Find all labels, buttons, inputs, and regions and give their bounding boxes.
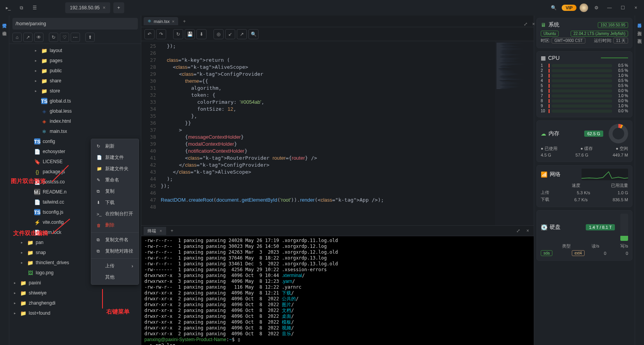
code-area[interactable]: }); class="k-key">return ( <class="k-tag… [161, 41, 495, 225]
tree-label: global.d.ts [50, 98, 71, 104]
undo-icon[interactable]: ↶ [144, 29, 154, 39]
expand-icon[interactable]: ⤢ [524, 21, 530, 28]
close-icon[interactable]: × [172, 19, 174, 24]
editor-toolbar: ↶ ↷ ↻ 💾 ⬇ ◎ ↙ ↗ 🔍 [141, 27, 534, 41]
new-tab-button[interactable]: + [113, 2, 124, 13]
search-icon[interactable]: 🔍 [248, 29, 259, 39]
expand-icon[interactable]: ⤢ [514, 228, 522, 233]
minimize-icon[interactable]: — [604, 3, 614, 13]
disk-bar [620, 214, 628, 241]
tree-item[interactable]: ▸📁pages [9, 56, 141, 66]
list-icon[interactable]: ☰ [30, 3, 40, 13]
layout-icon[interactable]: ⧉ [16, 3, 26, 13]
context-menu-item[interactable]: ↻刷新 [91, 141, 139, 152]
tree-item[interactable]: ◈global.less [9, 106, 141, 116]
close-icon[interactable]: × [532, 21, 538, 28]
new-editor-tab[interactable]: + [180, 19, 189, 24]
context-menu-item[interactable]: 📄新建文件 [91, 152, 139, 163]
path-input[interactable]: /home/panxing [12, 18, 138, 30]
tree-label: logo.png [36, 270, 54, 275]
tree-item[interactable]: ◈index.html [9, 116, 141, 126]
network-card: 📶网络 速度已用流量 上传5.3 K/s1.0 G 下载6.7 K/s836.5… [536, 165, 632, 207]
close-icon[interactable]: × [103, 5, 106, 10]
context-menu-item[interactable]: 上传› [91, 260, 139, 272]
close-icon[interactable]: × [160, 228, 162, 233]
maximize-icon[interactable]: ☐ [618, 3, 628, 13]
tree-label: yarn.lock [43, 230, 61, 235]
disk-card: 💽硬盘 1.4 T / 8.1 T 类型读/s写/s sdaext400 [536, 210, 632, 261]
download-icon[interactable]: ⬇ [196, 29, 207, 39]
terminal-tabs: 终端 × + ⤢ × [141, 225, 534, 236]
tab-command-editor[interactable]: 命令编辑 [1, 26, 8, 30]
tree-item[interactable]: TSglobal.d.ts [9, 96, 141, 106]
close-icon[interactable]: × [631, 3, 641, 13]
expand-icon[interactable]: ↗ [237, 29, 247, 39]
cpu-core-row: 91.0 % [541, 104, 628, 108]
tree-label: tsconfig.js [43, 209, 63, 215]
left-sidebar: 文件管理 命令编辑 [0, 16, 9, 345]
avatar[interactable] [580, 3, 588, 12]
vip-badge[interactable]: VIP [562, 5, 576, 11]
tree-label: store [50, 88, 60, 94]
hidden-icon[interactable]: 👁 [34, 33, 43, 42]
home-icon[interactable]: ⌂ [12, 33, 22, 42]
tree-item[interactable]: ▸📁lost+found [9, 308, 141, 318]
tree-label: config [43, 139, 55, 144]
context-menu-item[interactable]: 📁新建文件夹 [91, 163, 139, 174]
terminal-icon[interactable]: ▸_ [3, 3, 13, 13]
panel-controls: ⤢ × [524, 21, 538, 28]
file-toolbar: ⌂ ↗ 👁 ↻ ♡ ⋯ ⬆ [9, 31, 141, 44]
tab-download-list[interactable]: 下载列表 [636, 34, 643, 37]
shrink-icon[interactable]: ↙ [225, 29, 235, 39]
file-tree: 图片双击预览 文件双击编辑 右键菜单 ▸📁layout▸📁pages▸📁publ… [9, 44, 141, 345]
search-icon[interactable]: 🔍 [549, 3, 559, 13]
context-menu-item[interactable]: >_在控制台打开 [91, 208, 139, 220]
context-menu-item[interactable]: 其他 [91, 272, 139, 283]
favorite-icon[interactable]: ♡ [60, 33, 69, 42]
terminal-tab[interactable]: 终端 × [144, 227, 166, 235]
compass-icon[interactable]: ◎ [214, 29, 224, 39]
editor-tab-main[interactable]: ⚛ main.tsx × [144, 17, 178, 25]
terminal[interactable]: -rw-r--r-- 1 panxing panxing 24028 May 2… [141, 236, 534, 345]
address-tab[interactable]: 192.168.50.95 × [65, 2, 110, 13]
redo-icon[interactable]: ↷ [156, 29, 166, 39]
tree-item[interactable]: ▸📁public [9, 66, 141, 76]
tree-item[interactable]: ▸📁shiweiye [9, 288, 141, 298]
tree-item[interactable]: ▸📁zhanghengdi [9, 298, 141, 308]
context-menu-item[interactable]: ⧉复制文件名 [91, 234, 139, 246]
tree-label: pan [36, 240, 43, 245]
editor-tabs: ⚛ main.tsx × + [141, 16, 534, 27]
tree-item[interactable]: ▸📁share [9, 76, 141, 86]
context-menu-item[interactable]: ⬇下载 [91, 197, 139, 208]
tree-item[interactable]: ▸📁store [9, 86, 141, 96]
tab-file-manager[interactable]: 文件管理 [1, 19, 8, 22]
tab-server[interactable]: 服务器 [636, 19, 643, 22]
tree-label: thinclient_drives [36, 260, 69, 265]
tree-label: package.js [43, 169, 65, 174]
center-panel: ⚛ main.tsx × + ⤢ × ↶ ↷ ↻ 💾 ⬇ ◎ ↙ ↗ 🔍 25 … [141, 16, 534, 345]
close-icon[interactable]: × [524, 228, 531, 233]
cpu-icon: ▦ [541, 55, 546, 61]
tree-item[interactable]: ⚛main.tsx [9, 126, 141, 136]
upload-icon[interactable]: ⬆ [85, 33, 95, 42]
context-menu-item[interactable]: ⧉复制 [91, 186, 139, 197]
context-menu-item[interactable]: ✎重命名 [91, 174, 139, 186]
cpu-core-row: 80.0 % [541, 99, 628, 103]
up-icon[interactable]: ↗ [23, 33, 33, 42]
save-icon[interactable]: 💾 [185, 29, 195, 39]
settings-icon[interactable]: ⚙ [591, 3, 601, 13]
minimap[interactable] [495, 41, 534, 225]
tab-upload-list[interactable]: 上传列表 [636, 26, 643, 30]
new-terminal-tab[interactable]: + [168, 228, 177, 233]
editor-body[interactable]: 25 26 27 28 29 30 31 32 33 34 35 36 37 3… [141, 41, 534, 225]
tree-item[interactable]: ▸📁layout [9, 45, 141, 56]
refresh-icon[interactable]: ↻ [173, 29, 183, 39]
cpu-core-row: 100.0 % [541, 109, 628, 113]
cpu-core-row: 71.0 % [541, 94, 628, 98]
ip-badge[interactable]: 192.168.50.95 [598, 22, 628, 28]
context-menu-item[interactable]: 🗑删除 [91, 220, 139, 231]
cpu-core-row: 10.5 % [541, 63, 628, 68]
more-icon[interactable]: ⋯ [71, 33, 80, 42]
refresh-icon[interactable]: ↻ [49, 33, 58, 42]
context-menu-item[interactable]: ⧉复制绝对路径 [91, 246, 139, 257]
